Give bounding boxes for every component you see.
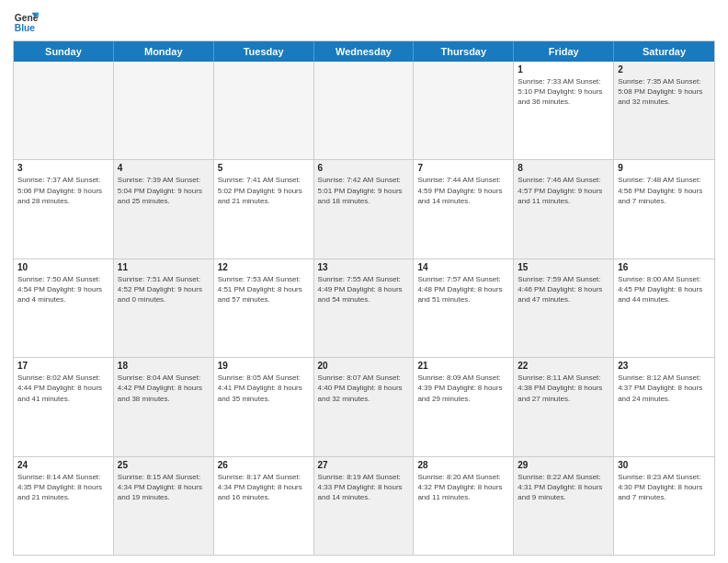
day-info: Sunrise: 7:37 AM Sunset: 5:06 PM Dayligh… [17, 175, 109, 206]
day-number: 8 [518, 163, 609, 173]
day-info: Sunrise: 7:44 AM Sunset: 4:59 PM Dayligh… [417, 175, 509, 206]
day-number: 30 [618, 460, 711, 470]
calendar-empty-cell [414, 62, 514, 159]
day-number: 3 [17, 163, 109, 173]
calendar-day-24: 24Sunrise: 8:14 AM Sunset: 4:35 PM Dayli… [14, 457, 114, 555]
day-info: Sunrise: 7:46 AM Sunset: 4:57 PM Dayligh… [518, 175, 609, 206]
calendar-day-15: 15Sunrise: 7:59 AM Sunset: 4:46 PM Dayli… [514, 259, 614, 357]
day-number: 26 [218, 460, 310, 470]
day-info: Sunrise: 8:23 AM Sunset: 4:30 PM Dayligh… [618, 472, 711, 503]
day-info: Sunrise: 7:35 AM Sunset: 5:08 PM Dayligh… [618, 76, 711, 108]
day-number: 19 [218, 361, 310, 371]
calendar-empty-cell [214, 62, 314, 159]
calendar-day-3: 3Sunrise: 7:37 AM Sunset: 5:06 PM Daylig… [14, 160, 114, 258]
logo-icon: General Blue [13, 9, 39, 35]
calendar-day-18: 18Sunrise: 8:04 AM Sunset: 4:42 PM Dayli… [114, 358, 214, 455]
calendar-day-16: 16Sunrise: 8:00 AM Sunset: 4:45 PM Dayli… [614, 259, 714, 357]
calendar-day-6: 6Sunrise: 7:42 AM Sunset: 5:01 PM Daylig… [314, 160, 415, 258]
calendar-day-29: 29Sunrise: 8:22 AM Sunset: 4:31 PM Dayli… [514, 457, 614, 555]
calendar-row-1: 3Sunrise: 7:37 AM Sunset: 5:06 PM Daylig… [14, 160, 714, 259]
day-number: 23 [618, 361, 711, 371]
day-number: 5 [218, 163, 310, 173]
day-number: 29 [518, 460, 609, 470]
calendar-day-1: 1Sunrise: 7:33 AM Sunset: 5:10 PM Daylig… [514, 62, 614, 159]
calendar-day-7: 7Sunrise: 7:44 AM Sunset: 4:59 PM Daylig… [414, 160, 514, 258]
day-number: 9 [618, 163, 711, 173]
weekday-header-thursday: Thursday [414, 41, 514, 62]
day-number: 6 [318, 163, 410, 173]
calendar-day-9: 9Sunrise: 7:48 AM Sunset: 4:56 PM Daylig… [614, 160, 714, 258]
calendar-day-21: 21Sunrise: 8:09 AM Sunset: 4:39 PM Dayli… [414, 358, 514, 455]
svg-text:Blue: Blue [15, 23, 36, 33]
day-number: 21 [417, 361, 509, 371]
day-info: Sunrise: 7:59 AM Sunset: 4:46 PM Dayligh… [518, 274, 609, 305]
weekday-header-tuesday: Tuesday [214, 41, 314, 62]
calendar-row-3: 17Sunrise: 8:02 AM Sunset: 4:44 PM Dayli… [14, 358, 714, 456]
calendar-day-22: 22Sunrise: 8:11 AM Sunset: 4:38 PM Dayli… [514, 358, 614, 455]
day-info: Sunrise: 8:22 AM Sunset: 4:31 PM Dayligh… [518, 472, 609, 503]
calendar-day-25: 25Sunrise: 8:15 AM Sunset: 4:34 PM Dayli… [114, 457, 214, 555]
weekday-header-saturday: Saturday [614, 41, 714, 62]
calendar-day-26: 26Sunrise: 8:17 AM Sunset: 4:34 PM Dayli… [214, 457, 314, 555]
calendar-body: 1Sunrise: 7:33 AM Sunset: 5:10 PM Daylig… [14, 62, 714, 555]
day-info: Sunrise: 8:17 AM Sunset: 4:34 PM Dayligh… [218, 472, 310, 503]
page-header: General Blue [13, 9, 715, 35]
calendar-day-10: 10Sunrise: 7:50 AM Sunset: 4:54 PM Dayli… [14, 259, 114, 357]
calendar-day-13: 13Sunrise: 7:55 AM Sunset: 4:49 PM Dayli… [314, 259, 415, 357]
day-info: Sunrise: 8:02 AM Sunset: 4:44 PM Dayligh… [17, 373, 109, 404]
day-info: Sunrise: 7:41 AM Sunset: 5:02 PM Dayligh… [218, 175, 310, 206]
weekday-header-wednesday: Wednesday [314, 41, 415, 62]
weekday-header-sunday: Sunday [14, 41, 114, 62]
day-number: 27 [318, 460, 410, 470]
day-info: Sunrise: 7:33 AM Sunset: 5:10 PM Dayligh… [518, 76, 609, 108]
day-info: Sunrise: 7:50 AM Sunset: 4:54 PM Dayligh… [17, 274, 109, 305]
day-info: Sunrise: 8:20 AM Sunset: 4:32 PM Dayligh… [417, 472, 509, 503]
day-info: Sunrise: 8:19 AM Sunset: 4:33 PM Dayligh… [318, 472, 410, 503]
calendar-day-2: 2Sunrise: 7:35 AM Sunset: 5:08 PM Daylig… [614, 62, 714, 159]
day-number: 13 [318, 262, 410, 272]
calendar-empty-cell [114, 62, 214, 159]
day-number: 11 [118, 262, 210, 272]
day-number: 12 [218, 262, 310, 272]
calendar-day-19: 19Sunrise: 8:05 AM Sunset: 4:41 PM Dayli… [214, 358, 314, 455]
day-number: 25 [118, 460, 210, 470]
calendar-day-4: 4Sunrise: 7:39 AM Sunset: 5:04 PM Daylig… [114, 160, 214, 258]
day-number: 2 [618, 64, 711, 75]
day-number: 15 [518, 262, 609, 272]
calendar-empty-cell [14, 62, 114, 159]
calendar-day-27: 27Sunrise: 8:19 AM Sunset: 4:33 PM Dayli… [314, 457, 415, 555]
calendar-day-17: 17Sunrise: 8:02 AM Sunset: 4:44 PM Dayli… [14, 358, 114, 455]
day-info: Sunrise: 7:55 AM Sunset: 4:49 PM Dayligh… [318, 274, 410, 305]
day-info: Sunrise: 7:53 AM Sunset: 4:51 PM Dayligh… [218, 274, 310, 305]
calendar-day-28: 28Sunrise: 8:20 AM Sunset: 4:32 PM Dayli… [414, 457, 514, 555]
day-info: Sunrise: 7:57 AM Sunset: 4:48 PM Dayligh… [417, 274, 509, 305]
calendar-row-0: 1Sunrise: 7:33 AM Sunset: 5:10 PM Daylig… [14, 62, 714, 160]
weekday-header-monday: Monday [114, 41, 214, 62]
day-number: 14 [417, 262, 509, 272]
day-info: Sunrise: 7:39 AM Sunset: 5:04 PM Dayligh… [118, 175, 210, 206]
day-number: 22 [518, 361, 609, 371]
day-info: Sunrise: 8:05 AM Sunset: 4:41 PM Dayligh… [218, 373, 310, 404]
day-info: Sunrise: 8:09 AM Sunset: 4:39 PM Dayligh… [417, 373, 509, 404]
calendar-day-8: 8Sunrise: 7:46 AM Sunset: 4:57 PM Daylig… [514, 160, 614, 258]
day-info: Sunrise: 7:42 AM Sunset: 5:01 PM Dayligh… [318, 175, 410, 206]
day-number: 16 [618, 262, 711, 272]
day-info: Sunrise: 8:07 AM Sunset: 4:40 PM Dayligh… [318, 373, 410, 404]
day-number: 4 [118, 163, 210, 173]
calendar-row-2: 10Sunrise: 7:50 AM Sunset: 4:54 PM Dayli… [14, 259, 714, 358]
calendar-day-12: 12Sunrise: 7:53 AM Sunset: 4:51 PM Dayli… [214, 259, 314, 357]
day-info: Sunrise: 8:11 AM Sunset: 4:38 PM Dayligh… [518, 373, 609, 404]
day-number: 1 [518, 64, 609, 75]
day-number: 24 [17, 460, 109, 470]
day-info: Sunrise: 8:04 AM Sunset: 4:42 PM Dayligh… [118, 373, 210, 404]
calendar-header: SundayMondayTuesdayWednesdayThursdayFrid… [14, 41, 714, 62]
calendar-row-4: 24Sunrise: 8:14 AM Sunset: 4:35 PM Dayli… [14, 457, 714, 555]
day-info: Sunrise: 8:12 AM Sunset: 4:37 PM Dayligh… [618, 373, 711, 404]
day-info: Sunrise: 7:48 AM Sunset: 4:56 PM Dayligh… [618, 175, 711, 206]
calendar-day-5: 5Sunrise: 7:41 AM Sunset: 5:02 PM Daylig… [214, 160, 314, 258]
day-number: 17 [17, 361, 109, 371]
calendar-day-30: 30Sunrise: 8:23 AM Sunset: 4:30 PM Dayli… [614, 457, 714, 555]
calendar-day-14: 14Sunrise: 7:57 AM Sunset: 4:48 PM Dayli… [414, 259, 514, 357]
weekday-header-friday: Friday [514, 41, 614, 62]
calendar-day-20: 20Sunrise: 8:07 AM Sunset: 4:40 PM Dayli… [314, 358, 415, 455]
